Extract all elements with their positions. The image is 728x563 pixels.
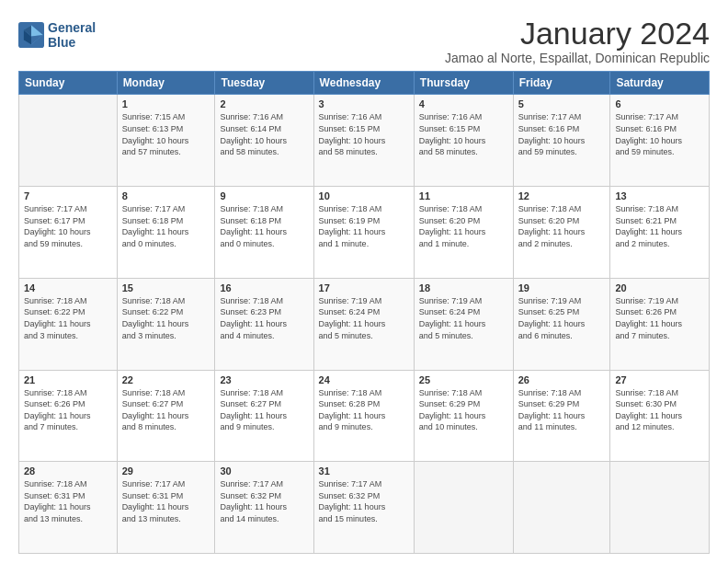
day-number: 1 [122, 98, 210, 109]
calendar-cell: 22Sunrise: 7:18 AMSunset: 6:27 PMDayligh… [117, 370, 215, 462]
logo-text: General Blue [48, 20, 96, 50]
calendar-cell [414, 462, 513, 554]
calendar-cell: 14Sunrise: 7:18 AMSunset: 6:22 PMDayligh… [19, 278, 118, 370]
day-number: 8 [122, 190, 210, 201]
header-day-tuesday: Tuesday [215, 72, 313, 95]
day-info: Sunrise: 7:18 AMSunset: 6:19 PMDaylight:… [319, 203, 409, 249]
day-info: Sunrise: 7:18 AMSunset: 6:26 PMDaylight:… [24, 387, 112, 433]
day-number: 10 [319, 190, 409, 201]
header-day-sunday: Sunday [19, 72, 118, 95]
header-day-friday: Friday [513, 72, 610, 95]
calendar-cell: 1Sunrise: 7:15 AMSunset: 6:13 PMDaylight… [117, 95, 215, 187]
calendar-cell: 12Sunrise: 7:18 AMSunset: 6:20 PMDayligh… [513, 187, 610, 279]
day-info: Sunrise: 7:17 AMSunset: 6:17 PMDaylight:… [24, 203, 112, 249]
calendar-table: SundayMondayTuesdayWednesdayThursdayFrid… [18, 71, 710, 554]
calendar-cell: 9Sunrise: 7:18 AMSunset: 6:18 PMDaylight… [215, 187, 313, 279]
calendar-cell: 10Sunrise: 7:18 AMSunset: 6:19 PMDayligh… [313, 187, 414, 279]
logo: General Blue [18, 20, 96, 50]
calendar-header: SundayMondayTuesdayWednesdayThursdayFrid… [19, 72, 710, 95]
day-info: Sunrise: 7:18 AMSunset: 6:18 PMDaylight:… [220, 203, 308, 249]
calendar-cell: 4Sunrise: 7:16 AMSunset: 6:15 PMDaylight… [414, 95, 513, 187]
day-info: Sunrise: 7:18 AMSunset: 6:30 PMDaylight:… [615, 387, 704, 433]
day-number: 26 [518, 374, 606, 385]
day-number: 4 [419, 98, 508, 109]
calendar-cell: 13Sunrise: 7:18 AMSunset: 6:21 PMDayligh… [610, 187, 710, 279]
calendar-cell [610, 462, 710, 554]
calendar-cell: 7Sunrise: 7:17 AMSunset: 6:17 PMDaylight… [19, 187, 118, 279]
day-info: Sunrise: 7:18 AMSunset: 6:28 PMDaylight:… [319, 387, 409, 433]
week-row-4: 28Sunrise: 7:18 AMSunset: 6:31 PMDayligh… [19, 462, 710, 554]
day-number: 11 [419, 190, 508, 201]
header-day-wednesday: Wednesday [313, 72, 414, 95]
calendar-cell: 21Sunrise: 7:18 AMSunset: 6:26 PMDayligh… [19, 370, 118, 462]
logo-icon [18, 22, 44, 48]
day-number: 3 [319, 98, 409, 109]
week-row-2: 14Sunrise: 7:18 AMSunset: 6:22 PMDayligh… [19, 278, 710, 370]
calendar-cell: 23Sunrise: 7:18 AMSunset: 6:27 PMDayligh… [215, 370, 313, 462]
day-number: 29 [122, 465, 210, 477]
day-info: Sunrise: 7:18 AMSunset: 6:29 PMDaylight:… [518, 387, 606, 433]
day-info: Sunrise: 7:18 AMSunset: 6:20 PMDaylight:… [518, 203, 606, 249]
day-info: Sunrise: 7:18 AMSunset: 6:22 PMDaylight:… [24, 295, 112, 341]
calendar-cell: 11Sunrise: 7:18 AMSunset: 6:20 PMDayligh… [414, 187, 513, 279]
day-info: Sunrise: 7:18 AMSunset: 6:22 PMDaylight:… [122, 295, 210, 341]
day-number: 30 [220, 465, 308, 477]
day-info: Sunrise: 7:17 AMSunset: 6:16 PMDaylight:… [518, 111, 606, 157]
day-info: Sunrise: 7:18 AMSunset: 6:27 PMDaylight:… [220, 387, 308, 433]
calendar-cell: 29Sunrise: 7:17 AMSunset: 6:31 PMDayligh… [117, 462, 215, 554]
day-number: 15 [122, 282, 210, 293]
calendar-cell [19, 95, 118, 187]
day-info: Sunrise: 7:18 AMSunset: 6:20 PMDaylight:… [419, 203, 508, 249]
day-number: 31 [319, 465, 409, 477]
day-number: 25 [419, 374, 508, 385]
day-number: 16 [220, 282, 308, 293]
day-number: 17 [319, 282, 409, 293]
calendar-cell: 17Sunrise: 7:19 AMSunset: 6:24 PMDayligh… [313, 278, 414, 370]
day-info: Sunrise: 7:17 AMSunset: 6:16 PMDaylight:… [615, 111, 704, 157]
calendar-cell: 19Sunrise: 7:19 AMSunset: 6:25 PMDayligh… [513, 278, 610, 370]
day-number: 22 [122, 374, 210, 385]
day-number: 21 [24, 374, 112, 385]
day-number: 14 [24, 282, 112, 293]
day-info: Sunrise: 7:16 AMSunset: 6:15 PMDaylight:… [419, 111, 508, 157]
calendar-cell: 8Sunrise: 7:17 AMSunset: 6:18 PMDaylight… [117, 187, 215, 279]
header-day-monday: Monday [117, 72, 215, 95]
day-info: Sunrise: 7:19 AMSunset: 6:26 PMDaylight:… [615, 295, 704, 341]
day-number: 2 [220, 98, 308, 109]
calendar-cell: 18Sunrise: 7:19 AMSunset: 6:24 PMDayligh… [414, 278, 513, 370]
subtitle: Jamao al Norte, Espaillat, Dominican Rep… [445, 51, 710, 65]
day-info: Sunrise: 7:16 AMSunset: 6:15 PMDaylight:… [319, 111, 409, 157]
day-info: Sunrise: 7:17 AMSunset: 6:18 PMDaylight:… [122, 203, 210, 249]
week-row-0: 1Sunrise: 7:15 AMSunset: 6:13 PMDaylight… [19, 95, 710, 187]
calendar-cell: 2Sunrise: 7:16 AMSunset: 6:14 PMDaylight… [215, 95, 313, 187]
page: General Blue January 2024 Jamao al Norte… [0, 0, 728, 563]
calendar-cell: 6Sunrise: 7:17 AMSunset: 6:16 PMDaylight… [610, 95, 710, 187]
day-info: Sunrise: 7:18 AMSunset: 6:29 PMDaylight:… [419, 387, 508, 433]
day-info: Sunrise: 7:19 AMSunset: 6:24 PMDaylight:… [419, 295, 508, 341]
day-number: 28 [24, 465, 112, 477]
calendar-body: 1Sunrise: 7:15 AMSunset: 6:13 PMDaylight… [19, 95, 710, 554]
month-title: January 2024 [445, 17, 710, 51]
day-number: 12 [518, 190, 606, 201]
day-info: Sunrise: 7:18 AMSunset: 6:31 PMDaylight:… [24, 478, 112, 524]
day-number: 7 [24, 190, 112, 201]
calendar-cell: 26Sunrise: 7:18 AMSunset: 6:29 PMDayligh… [513, 370, 610, 462]
header: General Blue January 2024 Jamao al Norte… [18, 17, 710, 65]
header-day-thursday: Thursday [414, 72, 513, 95]
day-info: Sunrise: 7:18 AMSunset: 6:27 PMDaylight:… [122, 387, 210, 433]
week-row-1: 7Sunrise: 7:17 AMSunset: 6:17 PMDaylight… [19, 187, 710, 279]
calendar-cell: 28Sunrise: 7:18 AMSunset: 6:31 PMDayligh… [19, 462, 118, 554]
day-info: Sunrise: 7:17 AMSunset: 6:32 PMDaylight:… [319, 478, 409, 524]
day-number: 9 [220, 190, 308, 201]
header-day-saturday: Saturday [610, 72, 710, 95]
day-info: Sunrise: 7:15 AMSunset: 6:13 PMDaylight:… [122, 111, 210, 157]
day-info: Sunrise: 7:19 AMSunset: 6:25 PMDaylight:… [518, 295, 606, 341]
week-row-3: 21Sunrise: 7:18 AMSunset: 6:26 PMDayligh… [19, 370, 710, 462]
day-info: Sunrise: 7:19 AMSunset: 6:24 PMDaylight:… [319, 295, 409, 341]
day-info: Sunrise: 7:17 AMSunset: 6:31 PMDaylight:… [122, 478, 210, 524]
day-number: 6 [615, 98, 704, 109]
calendar-cell: 16Sunrise: 7:18 AMSunset: 6:23 PMDayligh… [215, 278, 313, 370]
day-number: 27 [615, 374, 704, 385]
calendar-cell: 25Sunrise: 7:18 AMSunset: 6:29 PMDayligh… [414, 370, 513, 462]
day-number: 20 [615, 282, 704, 293]
